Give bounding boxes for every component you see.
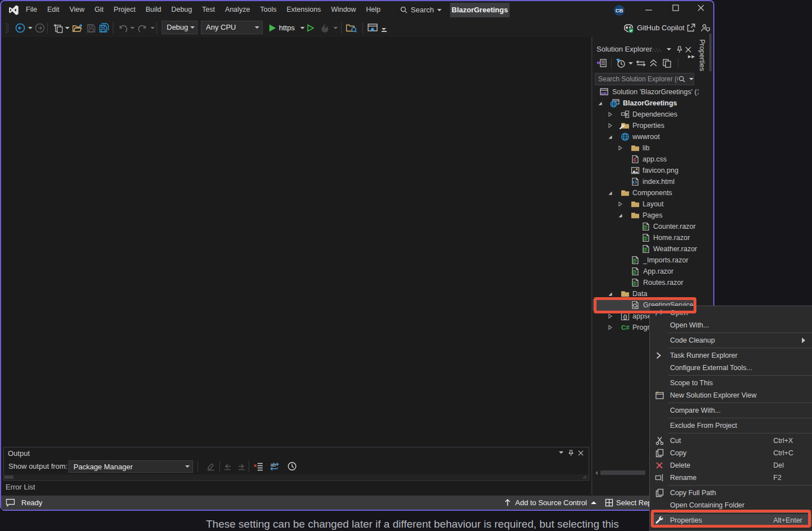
svg-text:@: @ [643,246,648,252]
svg-text:{}: {} [623,314,627,320]
svg-text:@: @ [643,235,648,241]
svg-text:@: @ [643,224,648,230]
svg-text:@: @ [632,269,637,275]
svg-text:@: @ [632,257,637,264]
svg-text:@: @ [632,280,637,286]
svg-text:C#: C# [621,324,630,331]
svg-text:ab: ab [270,462,276,468]
